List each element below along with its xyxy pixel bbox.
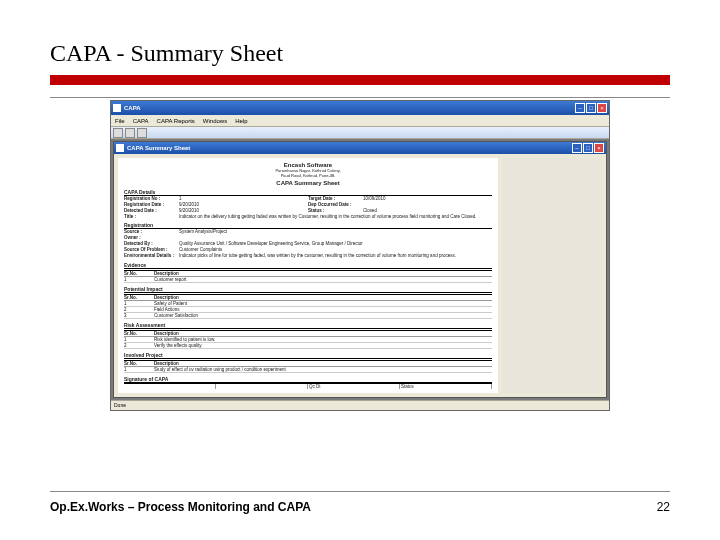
doc-titlebar: CAPA Summary Sheet – □ ×: [114, 142, 606, 154]
statusbar: Done: [111, 400, 609, 410]
menu-file[interactable]: File: [115, 118, 125, 124]
main-titlebar: CAPA – □ ×: [111, 101, 609, 115]
app-window: CAPA – □ × File CAPA CAPA Reports Window…: [110, 100, 610, 411]
col-desc: Description: [154, 331, 492, 336]
section-signature: Signature of CAPA: [124, 376, 492, 383]
company-addr2: Paud Road, Kothrud, Pune-38.: [124, 173, 492, 178]
col-srno: Sr.No.: [124, 271, 154, 276]
table-row: 2Verify the effects quality.: [124, 343, 492, 349]
main-window-title: CAPA: [124, 105, 575, 111]
toolbar: [111, 127, 609, 139]
tool-icon[interactable]: [137, 128, 147, 138]
table-row: 1Customer report: [124, 277, 492, 283]
section-evidence: Evidence: [124, 262, 492, 269]
title-underline-bar: [50, 75, 670, 85]
menu-help[interactable]: Help: [235, 118, 247, 124]
mdi-area: CAPA Summary Sheet – □ × Encash Software…: [111, 139, 609, 400]
doc-window-title: CAPA Summary Sheet: [127, 145, 572, 151]
menu-reports[interactable]: CAPA Reports: [157, 118, 195, 124]
signature-row: Qc DtStatus: [124, 383, 492, 389]
app-icon: [113, 104, 121, 112]
maximize-button[interactable]: □: [586, 103, 596, 113]
col-desc: Description: [154, 295, 492, 300]
col-srno: Sr.No.: [124, 361, 154, 366]
divider: [50, 97, 670, 98]
report-page: Encash Software Paramhansa Nagar, Kothru…: [118, 158, 498, 393]
doc-icon: [116, 144, 124, 152]
menu-capa[interactable]: CAPA: [133, 118, 149, 124]
col-srno: Sr.No.: [124, 295, 154, 300]
label-env: Environmental Details :: [124, 253, 179, 259]
col-desc: Description: [154, 271, 492, 276]
tool-icon[interactable]: [125, 128, 135, 138]
label-title: Title :: [124, 214, 179, 220]
report-header: Encash Software Paramhansa Nagar, Kothru…: [124, 162, 492, 186]
table-row: 1Study of effect of uv radiation using p…: [124, 367, 492, 373]
value-env: Indicator picks of line for tube getting…: [179, 253, 492, 259]
menubar: File CAPA CAPA Reports Windows Help: [111, 115, 609, 127]
col-srno: Sr.No.: [124, 331, 154, 336]
doc-minimize-button[interactable]: –: [572, 143, 582, 153]
menu-windows[interactable]: Windows: [203, 118, 227, 124]
footer-divider: [50, 491, 670, 492]
minimize-button[interactable]: –: [575, 103, 585, 113]
section-potential: Potential Impact: [124, 286, 492, 293]
doc-maximize-button[interactable]: □: [583, 143, 593, 153]
doc-close-button[interactable]: ×: [594, 143, 604, 153]
side-panel: [502, 158, 602, 393]
document-window: CAPA Summary Sheet – □ × Encash Software…: [113, 141, 607, 398]
tool-icon[interactable]: [113, 128, 123, 138]
section-involved: Involved Project: [124, 352, 492, 359]
page-number: 22: [657, 500, 670, 514]
section-registration: Registration: [124, 222, 492, 229]
slide-title: CAPA - Summary Sheet: [50, 40, 670, 67]
section-risk: Risk Assessment: [124, 322, 492, 329]
close-button[interactable]: ×: [597, 103, 607, 113]
table-row: 3Customer Satisfaction: [124, 313, 492, 319]
footer-text: Op.Ex.Works – Process Monitoring and CAP…: [50, 500, 311, 514]
col-desc: Description: [154, 361, 492, 366]
section-details: CAPA Details: [124, 189, 492, 196]
report-title: CAPA Summary Sheet: [124, 180, 492, 186]
value-title: Indicator on the delivery tubing getting…: [179, 214, 492, 220]
